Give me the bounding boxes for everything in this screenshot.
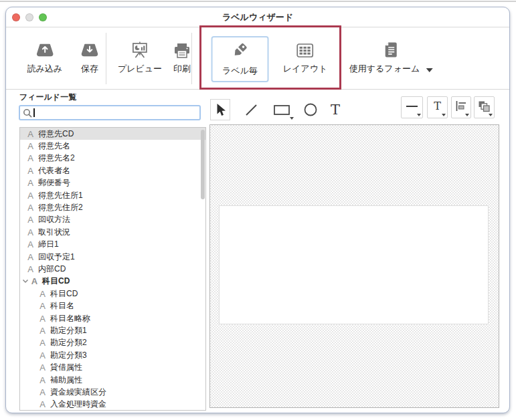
field-list-item[interactable]: A得意先名2 [20,152,205,165]
line-tool[interactable] [241,99,261,120]
tray-up-icon [35,38,54,58]
toolbar-separator [106,33,106,84]
label-preview[interactable] [219,205,489,324]
field-label: 勘定分類3 [50,350,87,361]
field-list-item[interactable]: A得意先名 [20,140,205,152]
field-list-item[interactable]: A科目CD [20,288,205,300]
text-field-icon: A [38,301,47,311]
arrange-button[interactable] [474,96,495,118]
toolbar-item-layout[interactable]: レイアウト [283,38,328,75]
field-list-item[interactable]: A資金繰実績区分 [20,386,205,398]
field-list-item[interactable]: A貸借属性 [20,361,205,373]
field-list: A得意先CDA得意先名A得意先名2A代表者名A郵便番号A得意先住所1A得意先住所… [19,127,206,411]
field-label: 科目CD [50,288,78,300]
select-tool[interactable] [210,99,230,120]
text-field-icon: A [26,203,35,213]
text-caret [33,108,35,117]
search-icon [23,108,32,118]
text-field-icon: A [38,375,47,385]
text-tool-glyph: T [331,103,340,117]
field-label: 入金処理時資金 [50,399,106,410]
toolbar-item-load[interactable]: 読み込み [27,38,63,75]
text-field-icon: A [26,178,35,188]
field-label: 科目名 [50,300,74,312]
field-label: 回収方法 [38,214,70,225]
field-list-item[interactable]: A得意先CD [20,128,205,140]
toolbar-item-label: 印刷 [173,63,191,75]
toolbar-item-per-label[interactable]: ラベル毎 [211,36,269,82]
text-tool[interactable]: T [325,99,345,120]
toolbar-item-form[interactable]: 使用するフォーム [349,38,433,75]
text-style-button[interactable]: T [427,96,448,118]
text-field-icon: A [26,141,35,151]
field-list-item[interactable]: A補助属性 [20,374,205,386]
field-label: 締日1 [38,239,59,250]
toolbar: 読み込み 保存 プレビュー 印刷 ラベル毎 レイアウト 使用するフォーム [6,27,509,90]
toolbar-item-save[interactable]: 保存 [81,38,99,75]
tag-icon [230,40,250,60]
field-list-item[interactable]: A取引状況 [20,226,205,238]
toolbar-item-preview[interactable]: プレビュー [118,38,162,75]
document-icon [383,38,399,58]
text-field-icon: A [26,129,35,139]
field-list-item[interactable]: A科目名 [20,300,205,312]
field-label: 科目名略称 [50,313,90,324]
field-label: 資金繰実績区分 [50,387,106,398]
field-label: 代表者名 [38,165,70,177]
text-field-icon: A [26,227,35,237]
field-label: 得意先住所1 [38,190,83,201]
toolbar-item-label: 保存 [81,63,98,75]
field-list-item[interactable]: A郵便番号 [20,177,205,189]
field-label: 回収予定1 [38,251,75,263]
chevron-down-icon[interactable] [22,279,29,284]
field-label: 取引状況 [38,227,70,238]
ellipse-icon [303,102,318,117]
field-label: 科目CD [42,276,70,287]
toolbar-item-label: レイアウト [283,63,328,75]
line-style-button[interactable] [401,96,423,118]
align-button[interactable] [451,96,471,118]
field-list-item[interactable]: A入金処理時資金 [20,399,205,411]
text-field-icon: A [38,289,47,299]
field-list-title: フィールド一覧 [19,92,76,103]
search-input[interactable] [19,105,201,120]
field-list-item[interactable]: A代表者名 [20,165,205,177]
ellipse-tool[interactable] [300,99,321,120]
text-field-icon: A [26,191,35,201]
rect-icon [273,104,290,116]
scrollbar-thumb[interactable] [201,130,205,199]
text-field-icon: A [26,166,35,176]
hline-icon [406,106,418,107]
field-list-item[interactable]: A勘定分類2 [20,337,205,349]
field-list-item[interactable]: A科目CD [20,276,205,288]
field-list-item[interactable]: A科目名略称 [20,312,205,324]
field-list-item[interactable]: A勘定分類3 [20,349,205,361]
field-list-item[interactable]: A締日1 [20,239,205,251]
text-field-icon: A [38,362,47,373]
rectangle-tool[interactable] [272,99,292,120]
field-label: 勘定分類2 [50,337,87,348]
toolbar-item-print[interactable]: 印刷 [173,38,191,75]
field-list-item[interactable]: A内部CD [20,263,205,275]
toolbar-item-label: プレビュー [118,63,162,75]
presentation-icon [131,38,149,58]
toolbar-item-label: 使用するフォーム [349,63,433,75]
field-list-item[interactable]: A勘定分類1 [20,324,205,336]
dropdown-arrow-icon [417,114,421,116]
titlebar: ラベルウィザード [6,7,509,27]
dropdown-arrow-icon [465,114,469,116]
text-field-icon: A [26,153,35,163]
text-field-icon: A [38,350,47,360]
toolbar-item-label: 読み込み [27,63,63,75]
field-list-item[interactable]: A回収予定1 [20,251,205,263]
text-field-icon: A [38,338,47,348]
field-label: 内部CD [38,264,66,275]
field-list-item[interactable]: A回収方法 [20,214,205,226]
field-list-item[interactable]: A得意先住所1 [20,189,205,201]
field-label: 得意先住所2 [38,202,83,213]
design-canvas[interactable] [209,124,499,408]
text-style-glyph: T [434,101,441,112]
text-field-icon: A [38,314,47,324]
screenshot-root: ラベルウィザード 読み込み 保存 プレビュー 印刷 ラベル毎 レイアウト 使用す… [0,0,516,420]
field-list-item[interactable]: A得意先住所2 [20,201,205,213]
